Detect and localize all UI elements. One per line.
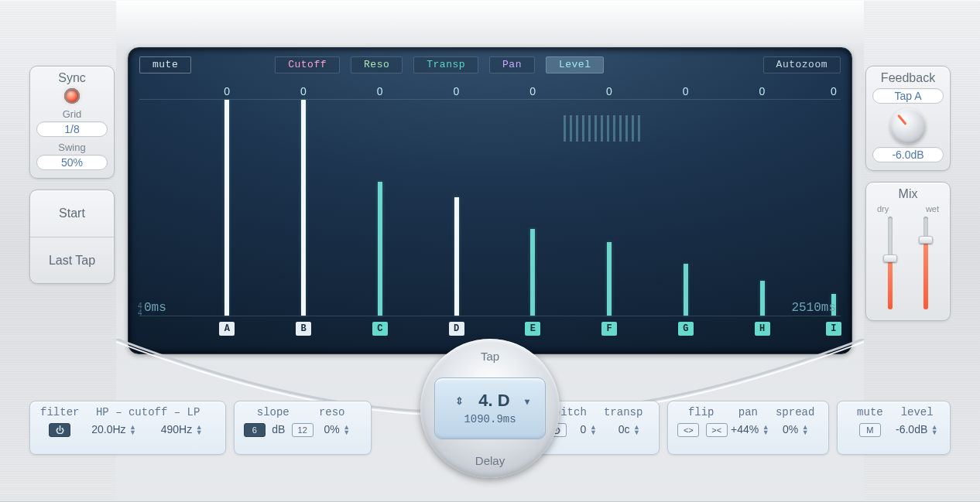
display-tabs: mute Cutoff Reso Transp Pan Level Autozo… <box>128 54 852 76</box>
stepper-icon[interactable] <box>343 425 351 435</box>
reso-value[interactable]: 0% <box>314 423 362 437</box>
power-icon[interactable]: ⏻ <box>49 423 70 437</box>
mix-sliders <box>872 217 944 309</box>
sync-title: Sync <box>36 71 108 85</box>
mute-icon[interactable]: M <box>859 423 881 437</box>
grid-value[interactable]: 1/8 <box>36 121 108 137</box>
sync-panel: Sync Grid 1/8 Swing 50% <box>29 66 115 179</box>
timeline-end: 2510ms <box>791 301 836 315</box>
level-value[interactable]: -6.0dB <box>893 423 941 437</box>
dial-center[interactable]: ⇕ 4. D ▾ 1090.9ms <box>434 377 546 439</box>
swing-value[interactable]: 50% <box>36 155 108 170</box>
tap-bar-C[interactable] <box>378 182 382 316</box>
last-tap-button[interactable]: Last Tap <box>30 237 114 283</box>
feedback-panel: Feedback Tap A -6.0dB <box>865 66 951 171</box>
mix-wet-slider[interactable] <box>923 217 928 309</box>
tap-bar-E[interactable] <box>530 229 535 316</box>
tap-bars-area[interactable] <box>139 99 841 316</box>
filter-hp-value[interactable]: 20.0Hz <box>81 423 149 437</box>
slope-header: slope <box>244 406 303 418</box>
level-header: level <box>893 406 941 418</box>
tap-readout-H: 0 <box>759 85 766 97</box>
mute-header: mute <box>847 406 894 418</box>
start-button[interactable]: Start <box>30 190 114 237</box>
tap-display: mute Cutoff Reso Transp Pan Level Autozo… <box>128 47 852 354</box>
tap-marker-H[interactable]: H <box>755 322 770 336</box>
tap-marker-B[interactable]: B <box>296 322 311 336</box>
transp-header: transp <box>597 406 649 418</box>
pitch-cents[interactable]: 0c <box>609 423 650 437</box>
flip-lr-icon[interactable]: <> <box>677 423 699 437</box>
stepper-icon[interactable] <box>632 425 640 435</box>
tap-marker-G[interactable]: G <box>678 322 694 336</box>
slope-value[interactable]: 6 dB 12 <box>244 423 314 437</box>
tab-cutoff[interactable]: Cutoff <box>275 56 340 73</box>
filter-lp-value[interactable]: 490Hz <box>148 423 216 437</box>
tap-readout-C: 0 <box>377 85 383 97</box>
feedback-tap-select[interactable]: Tap A <box>872 88 944 104</box>
tap-bar-B[interactable] <box>301 100 306 316</box>
mix-panel: Mix dry wet <box>865 182 951 321</box>
tap-readout-I: 0 <box>831 85 837 97</box>
tap-delay-ms[interactable]: 1090.9ms <box>464 413 516 425</box>
tap-readouts: 000000000 <box>139 85 841 99</box>
tap-bar-F[interactable] <box>607 242 612 316</box>
flip-pan-box: flip pan spread <> >< +44% 0% <box>667 401 828 455</box>
tap-timeline[interactable]: ABCDEFGHI <box>139 316 841 340</box>
feedback-value[interactable]: -6.0dB <box>872 147 944 162</box>
spread-value[interactable]: 0% <box>773 423 819 437</box>
tab-level[interactable]: Level <box>546 56 605 73</box>
flip-buttons[interactable]: <> >< <box>677 423 727 437</box>
feedback-title: Feedback <box>872 71 944 85</box>
pan-value[interactable]: +44% <box>728 423 773 437</box>
tap-selector-value[interactable]: 4. D <box>478 391 509 410</box>
filter-box: filter HP – cutoff – LP ⏻ 20.0Hz 490Hz <box>29 401 226 455</box>
tap-bar-H[interactable] <box>760 281 765 316</box>
stepper-icon[interactable] <box>801 425 809 435</box>
tap-marker-F[interactable]: F <box>601 322 617 336</box>
filter-power[interactable]: ⏻ <box>39 423 81 437</box>
tap-marker-D[interactable]: D <box>449 322 464 336</box>
tap-marker-E[interactable]: E <box>525 322 540 336</box>
left-column: Sync Grid 1/8 Swing 50% Start Last Tap <box>29 66 115 284</box>
feedback-knob[interactable] <box>890 108 926 144</box>
tap-marker-C[interactable]: C <box>372 322 388 336</box>
filter-cutoff-header: HP – cutoff – LP <box>81 406 216 418</box>
stepper-icon[interactable] <box>195 425 203 435</box>
pitch-semi[interactable]: 0 <box>568 423 609 437</box>
tap-readout-B: 0 <box>300 85 307 97</box>
mix-title: Mix <box>872 187 944 201</box>
flip-rl-icon[interactable]: >< <box>706 423 728 437</box>
reso-header: reso <box>303 406 362 418</box>
mix-dry-slider[interactable] <box>888 217 893 309</box>
grid-area[interactable]: 000000000 44 0ms 2510ms ABCDEFGHI <box>139 85 841 340</box>
slope-6-btn[interactable]: 6 <box>244 423 266 437</box>
sync-led-icon[interactable] <box>64 88 80 104</box>
tab-autozoom[interactable]: Autozoom <box>763 56 841 73</box>
tap-delay-dial: Tap ⇕ 4. D ▾ 1090.9ms Delay <box>420 339 560 478</box>
tap-selector[interactable]: ⇕ 4. D ▾ <box>451 391 529 412</box>
tap-marker-A[interactable]: A <box>219 322 235 336</box>
tap-selector-dropdown-icon[interactable]: ▾ <box>525 396 529 407</box>
stepper-icon[interactable] <box>129 425 137 435</box>
tab-mute[interactable]: mute <box>139 56 191 73</box>
plugin-window: Sync Grid 1/8 Swing 50% Start Last Tap F… <box>0 0 980 502</box>
start-lasttap-panel: Start Last Tap <box>29 190 115 284</box>
stepper-icon[interactable] <box>930 425 938 435</box>
mix-wet-label: wet <box>926 204 939 213</box>
mix-labels: dry wet <box>872 204 944 213</box>
tap-bar-A[interactable] <box>224 100 229 316</box>
stepper-icon[interactable] <box>589 425 597 435</box>
mute-button[interactable]: M <box>847 423 894 437</box>
spread-header: spread <box>772 406 819 418</box>
tap-bar-D[interactable] <box>454 197 459 316</box>
tap-selector-step-icon[interactable]: ⇕ <box>455 395 464 407</box>
tap-readout-F: 0 <box>606 85 612 97</box>
tab-transp[interactable]: Transp <box>413 56 478 73</box>
stepper-icon[interactable] <box>762 425 769 435</box>
tap-bar-G[interactable] <box>684 264 688 316</box>
tab-reso[interactable]: Reso <box>351 56 403 73</box>
tap-marker-I[interactable]: I <box>826 322 841 336</box>
slope-12-btn[interactable]: 12 <box>292 423 314 437</box>
tab-pan[interactable]: Pan <box>489 56 535 73</box>
